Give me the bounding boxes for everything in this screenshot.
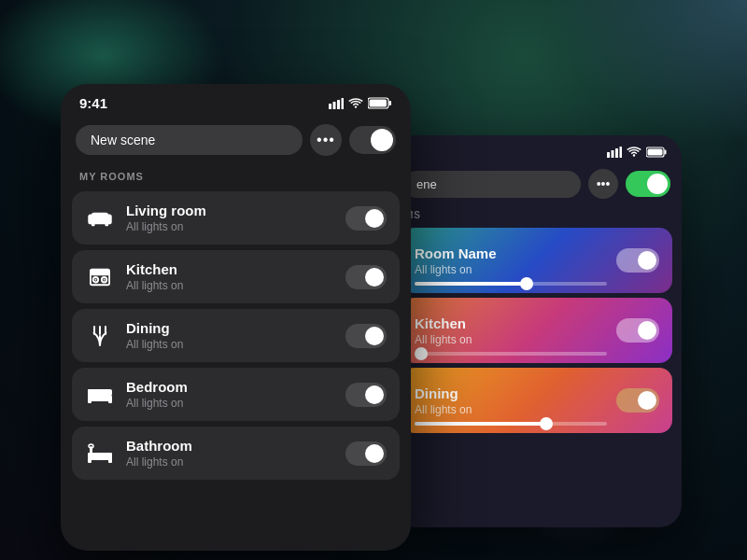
room-name-bathroom: Bathroom: [126, 438, 334, 454]
room-toggle-knob-dining: [365, 327, 384, 345]
svg-rect-20: [105, 222, 108, 226]
back-slider-thumb-2[interactable]: [415, 347, 428, 360]
wifi-icon: [627, 147, 641, 158]
back-more-button[interactable]: •••: [588, 169, 618, 199]
svg-rect-9: [333, 102, 336, 109]
back-slider-fill-1: [415, 282, 530, 286]
svg-point-4: [633, 154, 635, 156]
svg-rect-0: [607, 152, 610, 158]
svg-point-12: [355, 105, 357, 107]
master-toggle[interactable]: [349, 126, 396, 154]
room-item-living-room[interactable]: Living room All lights on: [72, 191, 400, 245]
room-item-bedroom[interactable]: Bedroom All lights on: [72, 368, 400, 421]
room-name-kitchen: Kitchen: [126, 261, 334, 277]
back-room-info-2: Kitchen All lights on: [415, 315, 607, 346]
room-toggle-bathroom[interactable]: [345, 441, 387, 466]
svg-rect-41: [108, 453, 112, 463]
back-room-toggle-knob-1: [638, 251, 656, 270]
back-master-toggle[interactable]: [626, 171, 670, 197]
back-room-info-1: Room Name All lights on: [415, 245, 607, 276]
svg-rect-31: [99, 335, 101, 346]
phone-back: ene ••• MS Room Name All lights on Kitch…: [392, 135, 682, 527]
svg-rect-35: [108, 399, 112, 403]
room-toggle-dining[interactable]: [345, 324, 387, 348]
back-room-slider-3[interactable]: [415, 422, 607, 426]
svg-point-38: [103, 389, 107, 394]
phone-front: 9:41 New scene •••: [61, 84, 411, 551]
back-room-toggle-1[interactable]: [616, 248, 659, 273]
back-room-sub-1: All lights on: [415, 263, 607, 276]
room-name-dining: Dining: [126, 320, 334, 336]
svg-rect-33: [88, 389, 112, 396]
back-room-item-2[interactable]: Kitchen All lights on: [402, 298, 672, 363]
signal-icon: [607, 147, 622, 158]
room-item-dining[interactable]: Dining All lights on: [72, 309, 400, 362]
room-sub-living-room: All lights on: [126, 220, 334, 233]
bed-icon: [85, 380, 115, 410]
svg-rect-14: [389, 101, 392, 105]
back-room-slider-2[interactable]: [415, 352, 607, 356]
room-sub-bedroom: All lights on: [126, 397, 334, 410]
back-slider-thumb-1[interactable]: [520, 277, 533, 290]
room-toggle-living-room[interactable]: [345, 206, 387, 231]
room-toggle-knob-bathroom: [365, 444, 384, 463]
back-slider-fill-3: [415, 422, 549, 426]
svg-rect-19: [92, 222, 95, 226]
room-sub-bathroom: All lights on: [126, 455, 334, 469]
svg-rect-11: [342, 98, 345, 109]
back-status-bar: [392, 135, 682, 165]
room-toggle-bedroom[interactable]: [345, 383, 387, 407]
fork-icon: [85, 321, 115, 351]
bath-icon: [85, 439, 115, 469]
back-room-slider-1[interactable]: [415, 282, 607, 286]
front-header: New scene •••: [61, 119, 411, 167]
room-info-dining: Dining All lights on: [126, 320, 334, 351]
sofa-icon: [85, 203, 115, 233]
back-scene-button[interactable]: ene: [403, 171, 581, 198]
svg-point-37: [93, 389, 98, 394]
room-name-living-room: Living room: [126, 203, 334, 218]
room-toggle-kitchen[interactable]: [345, 265, 387, 289]
rooms-list: Living room All lights on Kitchen: [61, 191, 411, 480]
back-slider-thumb-3[interactable]: [540, 417, 553, 430]
room-item-bathroom[interactable]: Bathroom All lights on: [72, 427, 400, 480]
back-room-name-1: Room Name: [415, 245, 607, 261]
svg-rect-3: [620, 147, 623, 158]
front-signal-icon: [329, 98, 344, 109]
back-room-item-3[interactable]: Dining All lights on: [402, 368, 672, 433]
room-toggle-knob-bedroom: [365, 385, 384, 404]
front-wifi-icon: [348, 98, 363, 109]
svg-rect-10: [337, 100, 340, 109]
back-room-sub-3: All lights on: [415, 403, 607, 416]
new-scene-button[interactable]: New scene: [76, 125, 303, 155]
svg-rect-34: [88, 399, 92, 403]
front-battery-icon: [368, 97, 392, 109]
room-item-kitchen[interactable]: Kitchen All lights on: [72, 250, 400, 303]
svg-point-26: [95, 278, 97, 280]
back-room-name-3: Dining: [415, 385, 607, 401]
room-sub-dining: All lights on: [126, 338, 334, 351]
master-toggle-knob: [371, 129, 393, 151]
svg-rect-23: [91, 269, 109, 274]
svg-rect-7: [648, 149, 663, 156]
svg-rect-21: [92, 212, 108, 217]
back-room-toggle-2[interactable]: [616, 318, 659, 343]
back-room-toggle-3[interactable]: [616, 388, 659, 413]
room-info-bedroom: Bedroom All lights on: [126, 379, 334, 410]
back-room-name-2: Kitchen: [415, 315, 607, 331]
back-section-label: MS: [392, 208, 682, 228]
svg-rect-15: [370, 100, 388, 107]
status-bar: 9:41: [61, 84, 411, 119]
room-name-bedroom: Bedroom: [126, 379, 334, 395]
svg-rect-8: [329, 104, 331, 109]
back-room-toggle-knob-3: [638, 391, 656, 410]
status-time: 9:41: [79, 95, 107, 111]
svg-rect-36: [88, 389, 91, 399]
back-room-item-1[interactable]: Room Name All lights on: [402, 228, 672, 293]
more-options-button[interactable]: •••: [310, 124, 342, 156]
room-toggle-knob-living-room: [365, 209, 384, 228]
svg-point-27: [104, 278, 106, 280]
svg-rect-6: [665, 150, 667, 155]
room-info-living-room: Living room All lights on: [126, 203, 334, 233]
section-label: MY ROOMS: [61, 167, 411, 191]
